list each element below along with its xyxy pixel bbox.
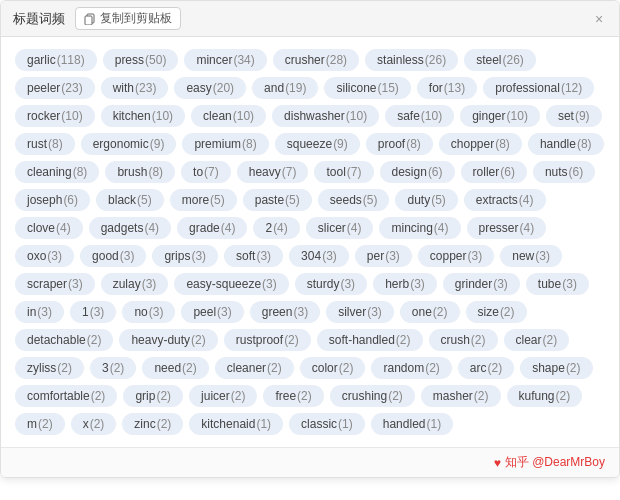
- tag-item[interactable]: mincing(4): [379, 217, 460, 239]
- tag-item[interactable]: 2(4): [253, 217, 299, 239]
- tag-item[interactable]: crusher(28): [273, 49, 359, 71]
- tag-item[interactable]: more(5): [170, 189, 237, 211]
- tag-item[interactable]: seeds(5): [318, 189, 390, 211]
- tag-item[interactable]: handle(8): [528, 133, 604, 155]
- tag-item[interactable]: slicer(4): [306, 217, 374, 239]
- tag-item[interactable]: clove(4): [15, 217, 83, 239]
- tag-item[interactable]: joseph(6): [15, 189, 90, 211]
- tag-item[interactable]: gadgets(4): [89, 217, 171, 239]
- tag-item[interactable]: design(6): [380, 161, 455, 183]
- tag-item[interactable]: new(3): [500, 245, 562, 267]
- tag-item[interactable]: herb(3): [373, 273, 437, 295]
- tag-item[interactable]: good(3): [80, 245, 146, 267]
- tag-item[interactable]: easy(20): [174, 77, 246, 99]
- close-button[interactable]: ×: [591, 11, 607, 27]
- tag-item[interactable]: 304(3): [289, 245, 349, 267]
- tag-item[interactable]: soft(3): [224, 245, 283, 267]
- tag-item[interactable]: nuts(6): [533, 161, 595, 183]
- tag-item[interactable]: grips(3): [152, 245, 218, 267]
- tag-item[interactable]: rustproof(2): [224, 329, 311, 351]
- tag-item[interactable]: ginger(10): [460, 105, 540, 127]
- tag-item[interactable]: proof(8): [366, 133, 433, 155]
- tag-item[interactable]: garlic(118): [15, 49, 97, 71]
- tag-item[interactable]: oxo(3): [15, 245, 74, 267]
- tag-item[interactable]: rust(8): [15, 133, 75, 155]
- tag-item[interactable]: black(5): [96, 189, 164, 211]
- tag-item[interactable]: clear(2): [504, 329, 570, 351]
- tag-item[interactable]: steel(26): [464, 49, 536, 71]
- tag-item[interactable]: safe(10): [385, 105, 454, 127]
- tag-item[interactable]: soft-handled(2): [317, 329, 423, 351]
- tag-item[interactable]: peeler(23): [15, 77, 95, 99]
- tag-item[interactable]: masher(2): [421, 385, 501, 407]
- tag-item[interactable]: classic(1): [289, 413, 365, 435]
- tag-item[interactable]: grip(2): [123, 385, 183, 407]
- tag-item[interactable]: scraper(3): [15, 273, 95, 295]
- tag-item[interactable]: heavy(7): [237, 161, 309, 183]
- tag-item[interactable]: ergonomic(9): [81, 133, 177, 155]
- tag-item[interactable]: kufung(2): [507, 385, 583, 407]
- tag-item[interactable]: mincer(34): [184, 49, 266, 71]
- tag-item[interactable]: stainless(26): [365, 49, 458, 71]
- tag-item[interactable]: zinc(2): [122, 413, 183, 435]
- tag-item[interactable]: grade(4): [177, 217, 247, 239]
- tag-item[interactable]: squeeze(9): [275, 133, 360, 155]
- tag-item[interactable]: presser(4): [467, 217, 547, 239]
- tag-item[interactable]: handled(1): [371, 413, 453, 435]
- tag-item[interactable]: duty(5): [395, 189, 457, 211]
- tag-item[interactable]: random(2): [371, 357, 451, 379]
- tag-item[interactable]: premium(8): [182, 133, 268, 155]
- tag-item[interactable]: and(19): [252, 77, 318, 99]
- tag-item[interactable]: 1(3): [70, 301, 116, 323]
- tag-item[interactable]: free(2): [263, 385, 323, 407]
- tag-item[interactable]: dishwasher(10): [272, 105, 379, 127]
- tag-item[interactable]: in(3): [15, 301, 64, 323]
- tag-item[interactable]: no(3): [122, 301, 175, 323]
- tag-item[interactable]: with(23): [101, 77, 169, 99]
- copy-to-clipboard-button[interactable]: 复制到剪贴板: [75, 7, 181, 30]
- tag-item[interactable]: grinder(3): [443, 273, 520, 295]
- tag-item[interactable]: rocker(10): [15, 105, 95, 127]
- tag-item[interactable]: easy-squeeze(3): [174, 273, 288, 295]
- tag-item[interactable]: size(2): [466, 301, 527, 323]
- tag-item[interactable]: silver(3): [326, 301, 394, 323]
- tag-item[interactable]: x(2): [71, 413, 117, 435]
- tag-item[interactable]: detachable(2): [15, 329, 113, 351]
- tag-item[interactable]: sturdy(3): [295, 273, 367, 295]
- tag-item[interactable]: zyliss(2): [15, 357, 84, 379]
- tag-item[interactable]: green(3): [250, 301, 320, 323]
- tag-item[interactable]: 3(2): [90, 357, 136, 379]
- tag-item[interactable]: peel(3): [181, 301, 243, 323]
- tag-item[interactable]: cleaner(2): [215, 357, 294, 379]
- tag-item[interactable]: color(2): [300, 357, 366, 379]
- tag-item[interactable]: comfortable(2): [15, 385, 117, 407]
- tag-item[interactable]: paste(5): [243, 189, 312, 211]
- tag-item[interactable]: clean(10): [191, 105, 266, 127]
- tag-item[interactable]: press(50): [103, 49, 179, 71]
- tag-item[interactable]: one(2): [400, 301, 460, 323]
- tag-item[interactable]: tube(3): [526, 273, 589, 295]
- tag-item[interactable]: crush(2): [429, 329, 498, 351]
- tag-item[interactable]: per(3): [355, 245, 412, 267]
- tag-item[interactable]: crushing(2): [330, 385, 415, 407]
- tag-item[interactable]: heavy-duty(2): [119, 329, 217, 351]
- tag-item[interactable]: cleaning(8): [15, 161, 99, 183]
- tag-item[interactable]: extracts(4): [464, 189, 546, 211]
- tag-item[interactable]: tool(7): [314, 161, 373, 183]
- tag-item[interactable]: shape(2): [520, 357, 592, 379]
- tag-item[interactable]: zulay(3): [101, 273, 169, 295]
- tag-item[interactable]: m(2): [15, 413, 65, 435]
- tag-item[interactable]: brush(8): [105, 161, 175, 183]
- tag-item[interactable]: copper(3): [418, 245, 494, 267]
- tag-item[interactable]: arc(2): [458, 357, 514, 379]
- tag-item[interactable]: professional(12): [483, 77, 594, 99]
- tag-item[interactable]: juicer(2): [189, 385, 257, 407]
- tag-item[interactable]: roller(6): [461, 161, 527, 183]
- tag-item[interactable]: to(7): [181, 161, 231, 183]
- tag-item[interactable]: need(2): [142, 357, 208, 379]
- tag-item[interactable]: chopper(8): [439, 133, 522, 155]
- tag-item[interactable]: for(13): [417, 77, 477, 99]
- tag-item[interactable]: kitchenaid(1): [189, 413, 283, 435]
- tag-item[interactable]: set(9): [546, 105, 602, 127]
- tag-item[interactable]: kitchen(10): [101, 105, 185, 127]
